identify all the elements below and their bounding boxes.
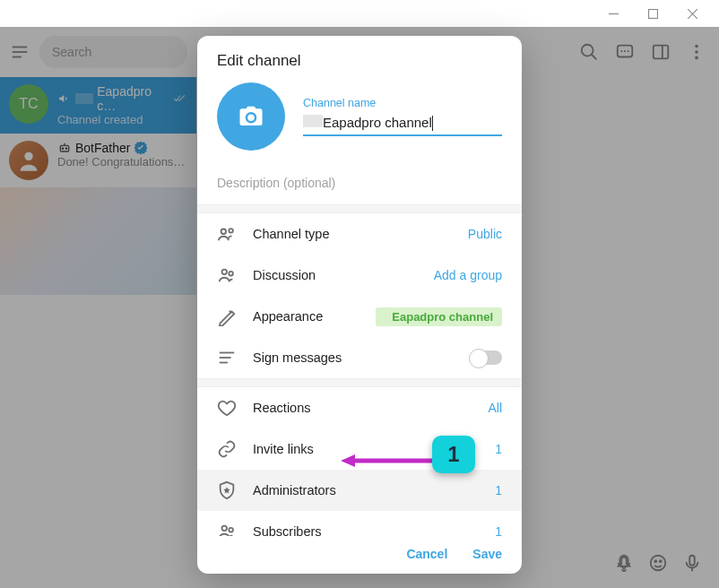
- svg-point-36: [229, 528, 233, 532]
- redacted-text: [303, 115, 323, 127]
- svg-point-29: [229, 229, 233, 233]
- row-value: Add a group: [434, 268, 502, 282]
- row-label: Appearance: [253, 309, 360, 324]
- link-icon: [217, 439, 237, 459]
- channel-name-input[interactable]: Eapadpro channel: [303, 111, 502, 137]
- set-photo-button[interactable]: [217, 82, 285, 151]
- row-value: 1: [495, 442, 502, 456]
- separator: [197, 378, 522, 387]
- separator: [197, 204, 522, 213]
- appearance-badge: Eapadpro channel: [376, 307, 502, 326]
- svg-rect-1: [648, 9, 657, 18]
- discussion-icon: [217, 265, 237, 285]
- sign-messages-row[interactable]: Sign messages: [197, 337, 522, 378]
- heart-icon: [217, 398, 237, 418]
- save-button[interactable]: Save: [472, 547, 502, 561]
- invite-links-row[interactable]: Invite links 1: [197, 428, 522, 470]
- row-label: Reactions: [253, 401, 472, 415]
- svg-point-30: [222, 270, 228, 275]
- text-cursor: [432, 116, 433, 131]
- discussion-row[interactable]: Discussion Add a group: [197, 255, 522, 296]
- row-value: 1: [495, 524, 502, 536]
- row-value: All: [488, 401, 502, 415]
- subscribers-icon: [217, 522, 237, 536]
- close-button[interactable]: [672, 1, 712, 26]
- minimize-button[interactable]: [593, 1, 633, 26]
- row-label: Administrators: [253, 483, 479, 497]
- channel-type-row[interactable]: Channel type Public: [197, 213, 522, 255]
- row-value: 1: [495, 483, 502, 497]
- cancel-button[interactable]: Cancel: [406, 547, 447, 561]
- administrators-row[interactable]: Administrators 1: [197, 470, 522, 511]
- appearance-row[interactable]: Appearance Eapadpro channel: [197, 296, 522, 337]
- row-label: Sign messages: [253, 350, 454, 365]
- svg-point-35: [222, 526, 228, 532]
- sign-icon: [217, 348, 237, 368]
- row-label: Subscribers: [253, 524, 479, 536]
- row-value: Public: [468, 227, 502, 241]
- dialog-title: Edit channel: [197, 36, 522, 79]
- description-input[interactable]: Description (optional): [197, 163, 522, 204]
- subscribers-row[interactable]: Subscribers 1: [197, 511, 522, 536]
- window-titlebar: [0, 0, 719, 27]
- edit-channel-dialog: Edit channel Channel name Eapadpro chann…: [197, 36, 522, 574]
- appearance-icon: [217, 307, 237, 326]
- reactions-row[interactable]: Reactions All: [197, 387, 522, 428]
- shield-icon: [217, 480, 237, 500]
- channel-type-icon: [217, 224, 237, 244]
- maximize-button[interactable]: [633, 1, 672, 26]
- row-label: Channel type: [253, 227, 452, 241]
- sign-toggle[interactable]: [470, 350, 502, 365]
- svg-point-31: [229, 272, 233, 276]
- svg-point-28: [221, 229, 227, 235]
- channel-name-label: Channel name: [303, 97, 502, 109]
- modal-overlay[interactable]: Edit channel Channel name Eapadpro chann…: [0, 27, 719, 588]
- row-label: Discussion: [253, 268, 418, 282]
- row-label: Invite links: [253, 442, 479, 456]
